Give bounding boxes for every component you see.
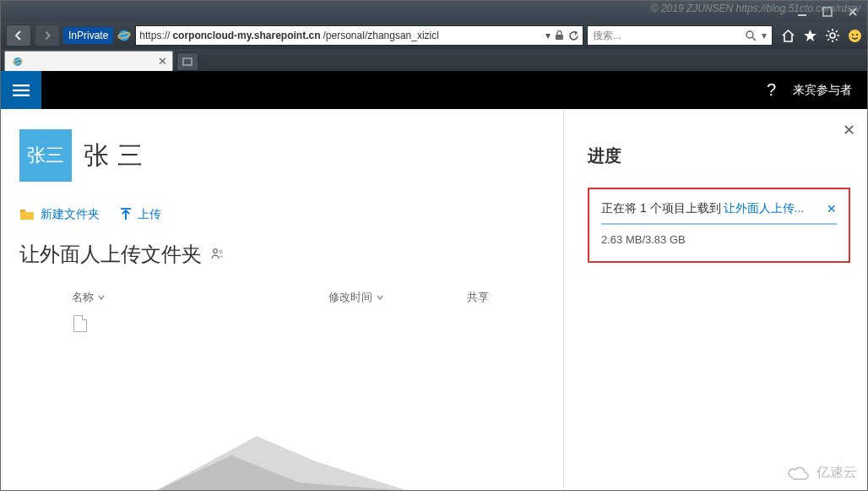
tab-favicon-icon: [10, 54, 25, 69]
svg-point-8: [852, 33, 854, 35]
new-tab-button[interactable]: [176, 52, 198, 71]
refresh-icon[interactable]: [568, 30, 579, 41]
svg-rect-4: [556, 35, 563, 40]
main-panel: 张三 张 三 新建文件夹 上传 让外面人上传文件夹 名称: [1, 109, 563, 490]
addressbar-controls: ▾: [545, 30, 579, 41]
svg-rect-16: [20, 210, 25, 212]
favorites-icon[interactable]: [803, 29, 817, 43]
watermark-logo-icon: [786, 465, 811, 482]
url-path: /personal/zhangsan_xizicl: [323, 30, 439, 41]
panel-title: 进度: [588, 145, 850, 167]
upload-icon: [120, 208, 132, 221]
browser-tab[interactable]: ✕: [4, 51, 173, 71]
app-header: ? 来宾参与者: [1, 71, 867, 109]
emoji-icon[interactable]: [848, 29, 862, 43]
tab-close-button[interactable]: ✕: [158, 55, 167, 68]
new-folder-label: 新建文件夹: [41, 207, 100, 222]
svg-point-6: [830, 33, 835, 38]
progress-size: 2.63 MB/3.83 GB: [601, 233, 837, 246]
url-host: corponcloud-my.sharepoint.cn: [172, 30, 320, 41]
settings-icon[interactable]: [825, 28, 840, 43]
url-protocol: https://: [139, 30, 170, 41]
search-icon[interactable]: [746, 30, 757, 41]
ie-logo-icon: [117, 28, 132, 43]
owner-avatar-tile: 张三: [19, 129, 72, 182]
column-share-header[interactable]: 共享: [467, 291, 489, 303]
owner-display-name: 张 三: [84, 139, 144, 173]
column-name-header[interactable]: 名称: [72, 290, 94, 305]
guest-label: 来宾参与者: [793, 83, 852, 98]
svg-point-2: [119, 30, 130, 41]
watermark-top: © 2019 ZJUNSEN https://blog.51cto.com/rd…: [651, 3, 860, 14]
folder-icon: [19, 209, 35, 221]
svg-point-9: [856, 33, 858, 35]
app-launcher-button[interactable]: [1, 71, 41, 109]
empty-illustration: [155, 415, 409, 490]
folder-title-row: 让外面人上传文件夹: [19, 241, 224, 268]
lock-icon: [555, 30, 564, 41]
search-bar[interactable]: 搜索... ▾: [587, 25, 773, 46]
new-folder-button[interactable]: 新建文件夹: [19, 207, 100, 222]
progress-text: 正在将 1 个项目上载到: [601, 201, 721, 216]
svg-point-7: [849, 30, 861, 42]
upload-label: 上传: [138, 207, 161, 222]
svg-point-10: [14, 57, 22, 66]
nav-forward-button[interactable]: [35, 25, 60, 46]
svg-point-18: [220, 250, 222, 253]
file-type-icon: [73, 315, 87, 332]
addressbar-dropdown-icon[interactable]: ▾: [545, 30, 551, 41]
browser-toolbar: [781, 28, 862, 43]
command-bar: 新建文件夹 上传: [19, 207, 545, 222]
owner-row: 张三 张 三: [19, 129, 545, 182]
current-folder-title: 让外面人上传文件夹: [19, 241, 202, 268]
tab-strip: ✕: [1, 49, 867, 71]
column-modified-header[interactable]: 修改时间: [328, 290, 372, 305]
file-list-header: 名称 修改时间 共享: [19, 290, 545, 305]
svg-point-5: [746, 31, 753, 38]
content-area: 张三 张 三 新建文件夹 上传 让外面人上传文件夹 名称: [1, 109, 867, 490]
progress-panel: ✕ 进度 正在将 1 个项目上载到 让外面人上传... ✕ 2.63 MB/3.…: [563, 109, 867, 490]
svg-rect-13: [13, 85, 30, 86]
watermark-text: 亿速云: [816, 464, 857, 482]
help-icon[interactable]: ?: [767, 80, 776, 100]
address-bar[interactable]: https://corponcloud-my.sharepoint.cn/per…: [135, 25, 583, 46]
progress-cancel-button[interactable]: ✕: [827, 202, 837, 215]
home-icon[interactable]: [781, 29, 795, 43]
panel-close-button[interactable]: ✕: [843, 121, 855, 139]
svg-rect-15: [13, 94, 30, 95]
search-dropdown-icon[interactable]: ▾: [762, 30, 767, 41]
nav-back-button[interactable]: [6, 25, 31, 46]
progress-target-link[interactable]: 让外面人上传...: [724, 201, 805, 216]
inprivate-badge: InPrivate: [63, 27, 113, 44]
share-permissions-icon[interactable]: [210, 247, 224, 263]
chevron-down-icon: [376, 293, 384, 302]
svg-point-17: [214, 248, 218, 253]
svg-rect-12: [183, 58, 192, 65]
upload-button[interactable]: 上传: [120, 207, 161, 222]
search-placeholder: 搜索...: [593, 29, 621, 43]
progress-item: 正在将 1 个项目上载到 让外面人上传... ✕ 2.63 MB/3.83 GB: [588, 188, 850, 263]
watermark-bottom: 亿速云: [786, 464, 857, 482]
svg-rect-14: [13, 89, 30, 90]
chevron-down-icon: [97, 293, 106, 302]
browser-navbar: InPrivate https://corponcloud-my.sharepo…: [1, 22, 867, 49]
